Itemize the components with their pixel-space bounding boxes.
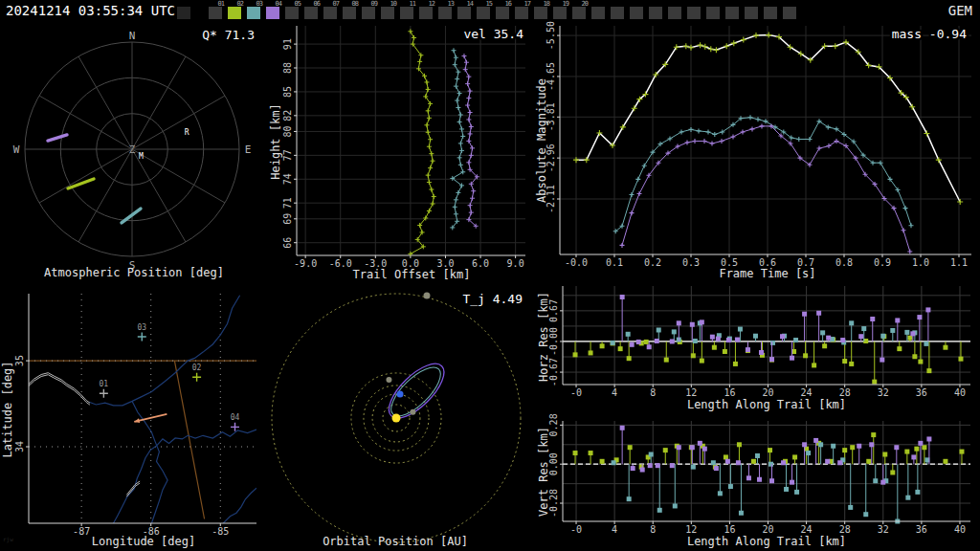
svg-text:82: 82 (282, 110, 293, 121)
station-square-05[interactable]: 05 (285, 7, 299, 19)
station-square-11[interactable]: 11 (400, 7, 413, 19)
svg-text:0.1: 0.1 (606, 257, 623, 268)
station-square[interactable] (591, 7, 605, 19)
station-square-18[interactable]: 18 (534, 7, 547, 19)
svg-text:74: 74 (282, 173, 293, 185)
svg-text:32: 32 (878, 524, 889, 535)
shower-code-badge: GEM (948, 3, 972, 18)
mass-stat: mass -0.94 (892, 27, 967, 41)
svg-text:28: 28 (839, 387, 851, 398)
svg-text:1.0: 1.0 (912, 257, 929, 268)
svg-text:71: 71 (282, 197, 293, 209)
station-square[interactable] (706, 7, 720, 19)
station-square[interactable] (745, 7, 758, 19)
svg-text:9.0: 9.0 (507, 258, 524, 269)
svg-text:1.1: 1.1 (950, 257, 968, 268)
trail-ylabel: Height [km] (269, 103, 282, 179)
station-square-label: 08 (352, 1, 358, 7)
station-square[interactable] (764, 7, 777, 19)
station-square-15[interactable]: 15 (477, 7, 490, 19)
svg-text:04: 04 (231, 413, 240, 422)
top-bar: 20241214 03:55:34 UTC 010203040506070809… (0, 0, 980, 21)
station-square-02[interactable]: 02 (228, 7, 241, 19)
svg-text:16: 16 (724, 387, 735, 398)
station-square-19[interactable]: 19 (553, 7, 567, 19)
svg-text:8: 8 (650, 524, 656, 535)
lightcurve-series-combined (573, 33, 963, 205)
svg-text:4: 4 (612, 387, 617, 398)
svg-text:35: 35 (14, 355, 25, 366)
station-square-08[interactable]: 08 (343, 7, 356, 19)
svg-text:40: 40 (954, 524, 966, 535)
station-square[interactable] (611, 7, 624, 19)
svg-text:80: 80 (282, 125, 293, 137)
station-square[interactable] (649, 7, 662, 19)
orbit-xlabel: Orbital Position [AU] (323, 535, 468, 548)
station-square-16[interactable]: 16 (496, 7, 509, 19)
svg-text:M: M (139, 152, 144, 161)
station-square[interactable] (687, 7, 701, 19)
lightcurve-series-station-03 (613, 115, 914, 233)
station-square-03[interactable]: 03 (247, 7, 260, 19)
svg-text:88: 88 (282, 62, 293, 74)
station-square-label: 04 (276, 1, 281, 7)
svg-text:36: 36 (916, 387, 927, 398)
svg-text:-6.0: -6.0 (329, 258, 352, 269)
vert-res-xlabel: Length Along Trail [km] (687, 535, 846, 548)
station-square-20[interactable]: 20 (572, 7, 586, 19)
svg-text:40: 40 (954, 387, 966, 398)
light-curve-plot: -0.00.10.20.30.50.60.70.80.91.01.1-5.50-… (546, 21, 971, 268)
map-station-01: 01 (100, 380, 109, 398)
svg-text:N: N (129, 30, 136, 42)
svg-text:R: R (185, 128, 189, 137)
station-square-10[interactable]: 10 (381, 7, 394, 19)
svg-text:E: E (245, 143, 252, 156)
svg-text:0.9: 0.9 (874, 257, 891, 268)
trail-xlabel: Trail Offset [km] (353, 268, 471, 281)
svg-text:-85: -85 (212, 526, 229, 537)
trail-series-station-02 (408, 29, 435, 256)
station-strip: 0102030405060708091011121314151617181920 (177, 0, 796, 21)
svg-text:24: 24 (801, 524, 813, 535)
station-square-label: 09 (371, 1, 377, 7)
station-square-label: 13 (448, 1, 454, 7)
horz-res-xlabel: Length Along Trail [km] (687, 398, 846, 411)
longitude-xlabel: Longitude [deg] (92, 535, 195, 548)
station-square-13[interactable]: 13 (438, 7, 452, 19)
station-square-label: 11 (410, 1, 415, 7)
station-square-12[interactable]: 12 (419, 7, 433, 19)
svg-text:0.8: 0.8 (835, 257, 853, 268)
station-square-06[interactable]: 06 (304, 7, 318, 19)
meteor-ground-track (134, 414, 167, 423)
station-square-17[interactable]: 17 (515, 7, 528, 19)
station-square[interactable] (725, 7, 739, 19)
station-square[interactable] (630, 7, 643, 19)
station-square-label: 14 (467, 1, 473, 7)
station-square-09[interactable]: 09 (362, 7, 375, 19)
svg-text:24: 24 (801, 387, 813, 398)
plots-canvas: NSWEZMR -9.0-6.0-3.00.03.06.09.066697174… (0, 0, 980, 551)
svg-text:85: 85 (282, 86, 293, 98)
station-square-label: 20 (582, 1, 588, 7)
station-square-04[interactable]: 04 (266, 7, 279, 19)
planet-mars (386, 377, 391, 383)
station-square-14[interactable]: 14 (457, 7, 471, 19)
station-square-label: 05 (295, 1, 301, 7)
svg-text:-5.50: -5.50 (546, 21, 556, 50)
svg-text:28: 28 (839, 524, 851, 535)
station-square[interactable] (783, 7, 796, 19)
svg-text:66: 66 (282, 237, 293, 249)
atmospheric-position-plot: NSWEZMR (13, 30, 252, 272)
ground-map-plot: 01020304-87-86-853534 (14, 294, 256, 537)
station-square-07[interactable]: 07 (323, 7, 337, 19)
magnitude-ylabel: Absolute Magnitude (535, 78, 548, 203)
watermark: rjw (3, 536, 13, 543)
station-square-01[interactable]: 01 (209, 7, 222, 19)
station-square[interactable] (668, 7, 681, 19)
planet-venus (410, 409, 415, 415)
horz-residuals-plot: -04812162024283236400.67-0.00-0.67 (548, 286, 970, 398)
station-square[interactable] (177, 7, 190, 19)
svg-text:-0.0: -0.0 (565, 257, 588, 268)
station-square-label: 16 (505, 1, 511, 7)
tisserand-stat: T_j 4.49 (462, 292, 523, 306)
